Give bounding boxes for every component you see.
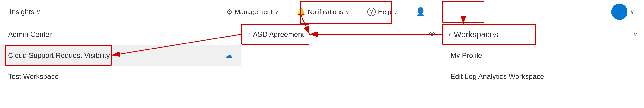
management-chevron-icon: ∨ — [275, 9, 278, 15]
workspaces-chevron-icon: ∨ — [633, 31, 638, 38]
workspaces-back-icon[interactable]: ‹ — [449, 30, 451, 38]
my-profile-title: My Profile — [450, 51, 482, 60]
test-workspace-row[interactable]: Test Workspace — [0, 66, 241, 87]
admin-center-header: Admin Center ⌂ — [0, 24, 241, 45]
user-chevron-icon: ∨ — [630, 8, 634, 15]
right-panel: ‹ Workspaces ∨ My Profile Edit Log Analy… — [442, 24, 644, 108]
management-label: Management — [235, 8, 272, 15]
notifications-label: Notifications — [308, 8, 343, 15]
help-nav-item[interactable]: ? Help ∨ — [365, 6, 400, 18]
main-content: Admin Center ⌂ Cloud Support Request Vis… — [0, 24, 644, 108]
eye-icon: 👁 — [429, 31, 436, 38]
test-workspace-title: Test Workspace — [8, 72, 59, 81]
asd-back-icon[interactable]: ‹ — [248, 30, 250, 38]
user-feedback-icon: 👤 — [416, 7, 426, 16]
user-feedback-icon-item[interactable]: 👤 — [413, 5, 428, 18]
support-request-title: Cloud Support Request Visibility — [8, 51, 222, 60]
asd-agreement-title: ASD Agreement — [253, 30, 429, 38]
support-request-row[interactable]: Cloud Support Request Visibility ☁ — [0, 45, 241, 66]
notifications-chevron-icon: ∨ — [346, 9, 349, 15]
edit-workspace-title: Edit Log Analytics Workspace — [450, 72, 544, 81]
bell-icon: 🔔 — [297, 7, 306, 16]
help-chevron-icon: ∨ — [394, 9, 398, 15]
management-nav-item[interactable]: ⚙ Management ∨ — [224, 6, 281, 18]
home-icon: ⌂ — [228, 30, 233, 39]
workspaces-header: ‹ Workspaces ∨ — [442, 24, 644, 45]
gear-icon: ⚙ — [226, 8, 232, 16]
asd-agreement-header: ‹ ASD Agreement 👁 — [242, 24, 442, 45]
edit-workspace-row[interactable]: Edit Log Analytics Workspace — [442, 66, 644, 87]
workspaces-title: Workspaces — [454, 30, 633, 39]
user-area[interactable]: ∨ — [608, 2, 638, 21]
middle-panel: ‹ ASD Agreement 👁 — [242, 24, 442, 108]
top-nav-bar: Insights ∨ ⚙ Management ∨ 🔔 Notification… — [0, 0, 644, 24]
insights-chevron-icon: ∨ — [36, 8, 40, 15]
help-icon: ? — [367, 7, 376, 16]
notifications-nav-item[interactable]: 🔔 Notifications ∨ — [294, 6, 352, 18]
help-label: Help — [378, 8, 391, 15]
insights-nav-item[interactable]: Insights ∨ — [6, 6, 44, 17]
insights-label: Insights — [10, 8, 34, 16]
my-profile-row[interactable]: My Profile — [442, 45, 644, 66]
avatar — [611, 4, 628, 20]
cloud-icon: ☁ — [225, 51, 233, 60]
admin-center-title: Admin Center — [8, 30, 225, 38]
nav-center: ⚙ Management ∨ 🔔 Notifications ∨ ? Help … — [44, 5, 608, 18]
left-panel: Admin Center ⌂ Cloud Support Request Vis… — [0, 24, 242, 108]
